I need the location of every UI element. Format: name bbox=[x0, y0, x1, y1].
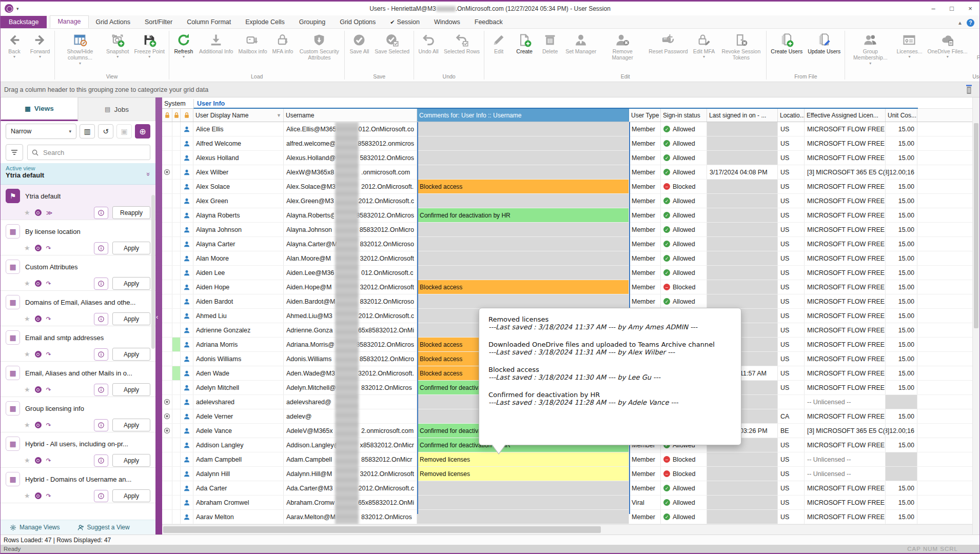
add-view-button[interactable]: ⊕ bbox=[135, 124, 150, 138]
comment-cell[interactable]: Blocked access bbox=[417, 280, 629, 294]
view-info-button[interactable] bbox=[94, 313, 108, 325]
table-row[interactable]: Alexus HollandAlexus.Holland@5832012.OnM… bbox=[162, 151, 972, 165]
table-row[interactable]: Adam CampbellAdam.Campbell85832012.OnMic… bbox=[162, 452, 972, 467]
view-item-email-aliases-and-other-mails-in-o[interactable]: ▦Email, Aliases and other Mails in o...★… bbox=[1, 362, 155, 397]
ribbon-tab-column-format[interactable]: Column Format bbox=[180, 16, 238, 28]
forward-button[interactable]: Forward▾ bbox=[27, 30, 53, 60]
create-button[interactable]: Create bbox=[512, 30, 537, 60]
mfa-info-button[interactable]: MFA info bbox=[270, 30, 296, 60]
column-header-effective-licenses[interactable]: Effective Assigned Licen... bbox=[805, 109, 886, 122]
back-button[interactable]: Back▾ bbox=[2, 30, 27, 60]
close-button[interactable]: × bbox=[961, 2, 979, 15]
view-info-button[interactable] bbox=[94, 454, 108, 467]
table-row[interactable]: Alex SolaceAlex.Solace@M32012.OnMicrosof… bbox=[162, 180, 972, 194]
view-item-domains-of-email-aliases-and-othe[interactable]: ▦Domains of Email, Aliases and othe...★↷… bbox=[1, 291, 155, 326]
ribbon-tab-windows[interactable]: Windows bbox=[427, 16, 467, 28]
view-item-hybrid-domains-of-username-an[interactable]: ▦Hybrid - Domains of Username an...★↷App… bbox=[1, 468, 155, 503]
search-input[interactable] bbox=[42, 148, 146, 157]
reset-password-button[interactable]: ***Reset Password bbox=[646, 30, 690, 60]
apply-view-button[interactable]: Apply bbox=[112, 348, 150, 361]
comment-cell[interactable] bbox=[417, 510, 629, 524]
view-item-hybrid-all-users-including-on-pr[interactable]: ▦Hybrid - All users, including on-pr...★… bbox=[1, 432, 155, 468]
titlebar-menu-caret-icon[interactable]: ▾ bbox=[16, 6, 19, 11]
table-row[interactable]: Alex GreenAlex.Green@M32012.OnMicrosoft.… bbox=[162, 194, 972, 208]
undo-all-button[interactable]: Undo All bbox=[416, 30, 441, 60]
view-item-by-license-location[interactable]: ▦By license location★↷Apply bbox=[1, 220, 155, 255]
table-row[interactable]: Alayna RobertsAlayna.Roberts@85832012.On… bbox=[162, 208, 972, 223]
ribbon-tab-session[interactable]: ✔Session bbox=[383, 16, 427, 28]
column-header-location[interactable]: Locatio... bbox=[778, 109, 805, 122]
comment-cell[interactable] bbox=[417, 165, 629, 179]
comment-cell[interactable] bbox=[417, 122, 629, 136]
additional-info-button[interactable]: Additional Info bbox=[197, 30, 236, 60]
column-header-username[interactable]: Username bbox=[284, 109, 417, 122]
favorite-star-icon[interactable]: ★ bbox=[24, 315, 30, 323]
save-view-button[interactable]: ▣ bbox=[116, 124, 132, 138]
revoke-session-tokens-button[interactable]: Revoke Session Tokens bbox=[717, 30, 765, 66]
comment-cell[interactable]: Blocked access bbox=[417, 180, 629, 193]
ribbon-collapse-icon[interactable]: ▲ bbox=[957, 20, 963, 26]
horizontal-scrollbar[interactable] bbox=[162, 524, 972, 535]
favorite-star-icon[interactable]: ★ bbox=[24, 209, 30, 216]
comment-cell[interactable] bbox=[417, 496, 629, 509]
apply-view-button[interactable]: Apply bbox=[112, 312, 150, 325]
tab-jobs[interactable]: ▤Jobs bbox=[78, 97, 155, 121]
ribbon-tab-grid-options[interactable]: Grid Options bbox=[332, 16, 383, 28]
ribbon-tab-manage[interactable]: Manage bbox=[50, 15, 88, 28]
comment-cell[interactable] bbox=[417, 194, 629, 208]
comment-cell[interactable] bbox=[417, 136, 629, 150]
table-row[interactable]: Alan MooreAlan.Moore@M32012.OnMicrosoftM… bbox=[162, 251, 972, 266]
ribbon-tab-explode-cells[interactable]: Explode Cells bbox=[238, 16, 291, 28]
table-row[interactable]: Alayna JohnsonAlayna.Johnson85832012.OnM… bbox=[162, 223, 972, 237]
onedrive-files-button[interactable]: OneDrive Files...▾ bbox=[925, 30, 970, 60]
snapshot-button[interactable]: Snapshot▾ bbox=[104, 30, 131, 60]
column-header-unit-cost[interactable]: Unit Cos... bbox=[886, 109, 917, 122]
column-header-user-display-name[interactable]: User Display Name▼ bbox=[193, 109, 284, 122]
table-row[interactable]: Aiden HopeAiden.Hope@M32012.OnMicrosoftB… bbox=[162, 280, 972, 294]
remove-manager-button[interactable]: Remove Manager bbox=[599, 30, 646, 66]
comment-cell[interactable]: Removed licenses bbox=[417, 452, 629, 466]
comment-cell[interactable] bbox=[417, 151, 629, 165]
reset-view-button[interactable]: ↺ bbox=[98, 124, 113, 138]
table-row[interactable]: Abraham CromwelAbraham.Cromw65x85832012.… bbox=[162, 496, 972, 510]
column-header-signin-status[interactable]: Sign-in status bbox=[661, 109, 707, 122]
filter-funnel-icon[interactable]: ▼ bbox=[277, 113, 281, 118]
ribbon-tab-feedback[interactable]: Feedback bbox=[467, 16, 510, 28]
apply-view-button[interactable]: Apply bbox=[112, 383, 150, 396]
vertical-scrollbar[interactable] bbox=[972, 97, 979, 535]
view-info-button[interactable] bbox=[94, 207, 108, 219]
freeze-point-button[interactable]: Freeze Point▾ bbox=[131, 30, 167, 60]
minimize-button[interactable]: – bbox=[924, 2, 943, 15]
save-selected-button[interactable]: Save Selected bbox=[372, 30, 412, 60]
ribbon-tab-grouping[interactable]: Grouping bbox=[292, 16, 332, 28]
favorite-star-icon[interactable]: ★ bbox=[24, 386, 30, 393]
comment-cell[interactable] bbox=[417, 223, 629, 236]
create-users-button[interactable]: Create Users bbox=[768, 30, 805, 60]
view-info-button[interactable] bbox=[94, 242, 108, 254]
custom-security-attributes-button[interactable]: Custom Security Attributes bbox=[296, 30, 343, 66]
apply-view-button[interactable]: Apply bbox=[112, 242, 150, 254]
grouping-zone[interactable]: Drag a column header to this grouping zo… bbox=[1, 82, 979, 97]
comment-cell[interactable]: Confirmed for deactivation by HR bbox=[417, 208, 629, 222]
table-row[interactable]: Ada CarterAda.Carter@M32012.OnMicrosoft.… bbox=[162, 481, 972, 496]
reapply-view-button[interactable]: Reapply bbox=[112, 206, 150, 219]
apply-view-button[interactable]: Apply bbox=[112, 419, 150, 431]
view-width-select[interactable]: Narrow▾ bbox=[6, 124, 76, 139]
view-info-button[interactable] bbox=[94, 384, 108, 396]
save-all-button[interactable]: Save All bbox=[346, 30, 372, 60]
comment-cell[interactable] bbox=[417, 237, 629, 251]
ribbon-tab-sort-filter[interactable]: Sort/Filter bbox=[138, 16, 180, 28]
vertical-scrollbar-thumb[interactable] bbox=[974, 123, 978, 328]
view-item-ytria-default[interactable]: ⚑Ytria default★≫Reapply bbox=[1, 185, 155, 220]
view-info-button[interactable] bbox=[94, 278, 108, 290]
comment-cell[interactable] bbox=[417, 266, 629, 280]
column-chooser-icon[interactable] bbox=[965, 85, 973, 94]
tab-views[interactable]: ▦Views bbox=[1, 97, 78, 121]
manage-views-link[interactable]: Manage Views bbox=[10, 524, 60, 531]
column-header-comments[interactable]: Comments for: User Info :: Username bbox=[417, 109, 629, 122]
view-info-button[interactable] bbox=[94, 348, 108, 361]
help-icon[interactable]: ? bbox=[967, 19, 974, 27]
table-row[interactable]: Aiden BardotAiden.Bardot@M832012.OnMicro… bbox=[162, 294, 972, 309]
show-hide-columns-button[interactable]: Show/Hide columns...▾ bbox=[56, 30, 104, 66]
favorite-star-icon[interactable]: ★ bbox=[24, 350, 30, 358]
